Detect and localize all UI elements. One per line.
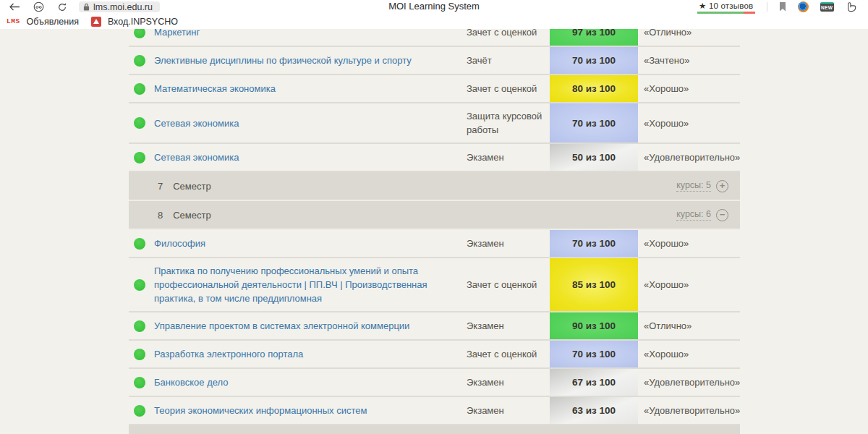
- bookmark-announcements[interactable]: Объявления: [27, 17, 79, 27]
- protect-glove-icon[interactable]: [846, 1, 857, 12]
- grade-cell: «Удовлетворительно»: [638, 397, 740, 424]
- course-link[interactable]: Маркетинг: [154, 29, 456, 39]
- grade-cell: «Зачтено»: [638, 47, 740, 74]
- course-row: Теория экономических информационных сист…: [129, 397, 740, 425]
- status-cell: [129, 230, 154, 257]
- page-content: Маркетинг Зачет с оценкой 97 из 100 «Отл…: [0, 29, 868, 434]
- score-cell: 67 из 100: [550, 369, 638, 396]
- courses-count-link[interactable]: курсы: 6: [676, 209, 711, 221]
- green-status-dot-icon: [134, 377, 145, 388]
- score-cell: 85 из 100: [550, 258, 638, 311]
- exam-type-cell: Зачет с оценкой: [467, 75, 550, 102]
- exam-type-cell: Экзамен: [467, 230, 550, 257]
- course-name-cell: Банковское дело: [154, 369, 467, 396]
- bookmark-inpsycho-login[interactable]: Вход.INPSYCHO: [108, 17, 178, 27]
- browser-chrome: lms.moi.edu.ru MOI Learning System ★ 10 …: [0, 0, 868, 29]
- grade-cell: «Хорошо»: [638, 75, 740, 102]
- extension-icon[interactable]: [798, 1, 809, 12]
- green-status-dot-icon: [134, 238, 145, 250]
- refresh-icon[interactable]: [55, 2, 69, 12]
- lock-icon: [83, 3, 90, 11]
- exam-type-cell: Зачет с оценкой: [467, 258, 550, 311]
- url-field[interactable]: lms.moi.edu.ru: [79, 1, 160, 12]
- grade-cell: «Удовлетворительно»: [638, 369, 740, 396]
- toggle-semester-icon[interactable]: −: [716, 209, 728, 221]
- status-cell: [129, 47, 154, 74]
- green-status-dot-icon: [134, 320, 145, 332]
- course-name-cell: Управление проектом в системах электронн…: [154, 312, 467, 339]
- score-cell: 70 из 100: [550, 47, 638, 74]
- exam-type-cell: Экзамен: [467, 312, 550, 339]
- bookmark-flag-icon[interactable]: [779, 2, 786, 12]
- address-bar: lms.moi.edu.ru MOI Learning System ★ 10 …: [0, 0, 868, 14]
- course-name-cell: Практика по получению профессиональных у…: [154, 258, 467, 311]
- grade-cell: «Хорошо»: [638, 230, 740, 257]
- course-link[interactable]: Теория экономических информационных сист…: [154, 404, 456, 417]
- exam-type-cell: Зачет с оценкой: [467, 341, 550, 367]
- reviews-rating[interactable]: ★ 10 отзывов: [697, 1, 755, 14]
- page-title: MOI Learning System: [388, 1, 480, 12]
- status-cell: [129, 29, 154, 46]
- course-row: Сетевая экономика Экзамен 50 из 100 «Удо…: [129, 144, 740, 172]
- course-link[interactable]: Управление проектом в системах электронн…: [154, 319, 456, 333]
- course-row: Разработка электронного портала Зачет с …: [129, 341, 740, 369]
- course-link[interactable]: Практика по получению профессиональных у…: [154, 264, 456, 305]
- course-link[interactable]: Сетевая экономика: [154, 150, 456, 164]
- new-extension-icon[interactable]: NEW: [820, 2, 834, 12]
- semester-row-partial: [129, 425, 740, 434]
- course-name-cell: Сетевая экономика: [154, 103, 467, 142]
- green-status-dot-icon: [134, 349, 145, 360]
- score-cell: 70 из 100: [550, 230, 638, 257]
- grade-cell: «Хорошо»: [638, 103, 740, 142]
- course-name-cell: Элективные дисциплины по физической куль…: [154, 47, 467, 74]
- course-row: Практика по получению профессиональных у…: [129, 258, 740, 312]
- toolbar-divider: [767, 2, 767, 12]
- green-status-dot-icon: [134, 279, 145, 291]
- star-icon: ★: [699, 1, 707, 10]
- score-cell: 50 из 100: [550, 144, 638, 171]
- courses-count-link[interactable]: курсы: 5: [676, 180, 711, 192]
- exam-type-cell: Экзамен: [467, 144, 550, 171]
- green-status-dot-icon: [134, 405, 145, 417]
- course-row: Управление проектом в системах электронн…: [129, 312, 740, 341]
- back-arrow-icon[interactable]: [7, 3, 22, 11]
- score-cell: 70 из 100: [550, 341, 638, 367]
- toggle-semester-icon[interactable]: +: [716, 180, 728, 192]
- green-status-dot-icon: [134, 152, 145, 163]
- course-row: Маркетинг Зачет с оценкой 97 из 100 «Отл…: [129, 29, 740, 47]
- green-status-dot-icon: [134, 55, 145, 67]
- course-name-cell: Теория экономических информационных сист…: [154, 397, 467, 424]
- green-status-dot-icon: [134, 29, 145, 38]
- course-link[interactable]: Банковское дело: [154, 375, 456, 389]
- grade-cell: «Хорошо»: [638, 258, 740, 311]
- course-row: Банковское дело Экзамен 67 из 100 «Удовл…: [129, 369, 740, 397]
- course-link[interactable]: Элективные дисциплины по физической куль…: [154, 54, 456, 67]
- status-cell: [129, 312, 154, 339]
- course-link[interactable]: Философия: [154, 237, 456, 250]
- course-row: Сетевая экономика Защита курсовой работы…: [129, 103, 740, 144]
- course-link[interactable]: Математическая экономика: [154, 82, 456, 95]
- exam-type-cell: Зачет с оценкой: [467, 29, 550, 46]
- course-name-cell: Маркетинг: [154, 29, 467, 46]
- semester-number: 8: [158, 210, 163, 221]
- green-status-dot-icon: [134, 83, 145, 95]
- course-link[interactable]: Разработка электронного портала: [154, 347, 456, 361]
- course-link[interactable]: Сетевая экономика: [154, 116, 456, 130]
- lms-favicon: LMS: [7, 17, 20, 25]
- status-cell: [129, 369, 154, 396]
- score-cell: 63 из 100: [550, 397, 638, 424]
- profile-incognito-icon[interactable]: [31, 1, 46, 12]
- toolbar-right: ★ 10 отзывов NEW ›: [697, 1, 868, 14]
- semester-number: 7: [158, 181, 163, 192]
- url-text: lms.moi.edu.ru: [93, 2, 153, 12]
- exam-type-cell: Защита курсовой работы: [467, 103, 550, 142]
- exam-type-cell: Экзамен: [467, 369, 550, 396]
- exam-type-cell: Зачёт: [467, 47, 550, 74]
- status-cell: [129, 397, 154, 424]
- status-cell: [129, 258, 154, 311]
- course-row: Философия Экзамен 70 из 100 «Хорошо»: [129, 230, 740, 258]
- semester-label: Семестр: [173, 210, 210, 221]
- inpsycho-favicon: [91, 17, 101, 27]
- rating-bar: [697, 12, 755, 14]
- course-name-cell: Разработка электронного портала: [154, 341, 467, 367]
